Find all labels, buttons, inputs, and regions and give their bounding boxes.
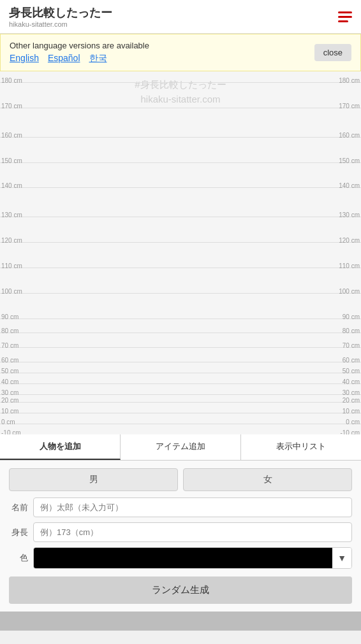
random-generate-button[interactable]: ランダム生成 [9,576,352,604]
hamburger-line-2 [338,16,352,18]
grid-line: 70 cm70 cm [0,347,361,348]
site-subtitle: hikaku-sitatter.com [9,20,112,28]
grid-label-left: 130 cm [1,211,22,218]
grid-line: 40 cm40 cm [0,383,361,384]
lang-link-spanish[interactable]: Español [48,53,80,64]
grid-line: 100 cm100 cm [0,293,361,294]
grid-line: 180 cm180 cm [0,82,361,83]
height-input[interactable] [33,522,352,542]
grid-line: 130 cm130 cm [0,217,361,217]
hamburger-icon[interactable] [338,11,352,22]
lang-link-korean[interactable]: 한국 [89,53,107,64]
grid-line: 60 cm60 cm [0,362,361,362]
grid-label-left: 70 cm [1,342,18,349]
color-dropdown-arrow[interactable]: ▼ [332,548,351,568]
grid-label-right: 0 cm [346,419,360,426]
grid-label-right: 100 cm [339,288,360,295]
grid-label-right: 130 cm [339,211,360,218]
grid-label-left: -10 cm [1,429,21,434]
grid-label-left: 170 cm [1,103,22,110]
grid-label-right: 180 cm [339,77,360,84]
grid-label-right: -10 cm [340,429,360,434]
lang-banner-text: Other language versions are available [10,41,149,50]
gender-male-button[interactable]: 男 [9,468,178,491]
grid-line: 150 cm150 cm [0,162,361,163]
grid-label-right: 110 cm [339,262,360,269]
add-person-form: 男 女 名前 身長 色 ▼ ランダム生成 [0,461,361,612]
grid-label-right: 160 cm [339,132,360,139]
hamburger-line-3 [338,20,348,22]
grid-label-right: 60 cm [343,357,360,364]
grid-label-left: 150 cm [1,157,22,164]
hamburger-line-1 [338,11,352,13]
grid-line: 20 cm20 cm [0,402,361,403]
grid-line: 110 cm110 cm [0,268,361,268]
grid-line: 50 cm50 cm [0,373,361,373]
grid-label-left: 60 cm [1,357,18,364]
grid-label-left: 90 cm [1,313,18,320]
chart-area: #身長比較したったー hikaku-sitatter.com 180 cm180… [0,71,361,434]
grid-line: 30 cm30 cm [0,394,361,395]
gender-female-button[interactable]: 女 [183,468,352,491]
color-picker-wrapper[interactable]: ▼ [33,547,352,569]
grid-label-left: 120 cm [1,237,22,244]
grid-label-left: 20 cm [1,397,18,404]
grid-label-left: 0 cm [1,419,15,426]
header-title-block: 身長比較したったー hikaku-sitatter.com [9,5,112,28]
grid-label-left: 10 cm [1,408,18,415]
tab-display-list[interactable]: 表示中リスト [241,434,361,460]
grid-label-left: 30 cm [1,389,18,396]
grid-label-right: 40 cm [343,378,360,385]
grid-label-right: 120 cm [339,237,360,244]
grid-line: 170 cm170 cm [0,108,361,108]
gender-row: 男 女 [9,468,352,491]
grid-label-left: 40 cm [1,378,18,385]
grid-lines: 180 cm180 cm170 cm170 cm160 cm160 cm150 … [0,71,361,434]
close-button[interactable]: close [314,44,351,61]
name-input[interactable] [33,497,352,517]
grid-label-right: 80 cm [343,327,360,334]
grid-line: 10 cm10 cm [0,413,361,413]
grid-line: 160 cm160 cm [0,137,361,138]
name-row: 名前 [9,497,352,517]
tabs: 人物を追加 アイテム追加 表示中リスト [0,434,361,461]
grid-line: 0 cm0 cm [0,424,361,424]
color-swatch[interactable] [34,548,332,568]
grid-line: 120 cm120 cm [0,242,361,243]
grid-label-right: 170 cm [339,103,360,110]
grid-label-right: 70 cm [343,342,360,349]
grid-label-right: 150 cm [339,157,360,164]
height-label: 身長 [9,527,28,538]
lang-links: English Español 한국 [10,53,149,64]
grid-label-right: 140 cm [339,182,360,189]
grid-line: 90 cm90 cm [0,318,361,319]
lang-banner-left: Other language versions are available En… [10,41,149,64]
grid-label-left: 180 cm [1,77,22,84]
grid-label-left: 80 cm [1,327,18,334]
site-title: 身長比較したったー [9,5,112,20]
color-row: 色 ▼ [9,547,352,569]
header: 身長比較したったー hikaku-sitatter.com [0,0,361,34]
grid-label-right: 20 cm [343,397,360,404]
grid-label-left: 50 cm [1,368,18,375]
grid-label-right: 90 cm [343,313,360,320]
grid-label-left: 160 cm [1,132,22,139]
grid-label-right: 30 cm [343,389,360,396]
grid-line: 140 cm140 cm [0,187,361,188]
grid-label-left: 110 cm [1,262,22,269]
color-label: 色 [9,552,28,564]
tab-add-item[interactable]: アイテム追加 [121,434,241,460]
name-label: 名前 [9,502,28,513]
bottom-bar [0,612,361,631]
lang-link-english[interactable]: English [10,53,39,64]
tab-add-person[interactable]: 人物を追加 [0,434,121,460]
language-banner: Other language versions are available En… [0,34,361,71]
grid-label-right: 10 cm [343,408,360,415]
height-row: 身長 [9,522,352,542]
grid-label-right: 50 cm [343,368,360,375]
grid-label-left: 140 cm [1,182,22,189]
grid-line: 80 cm80 cm [0,333,361,333]
grid-label-left: 100 cm [1,288,22,295]
